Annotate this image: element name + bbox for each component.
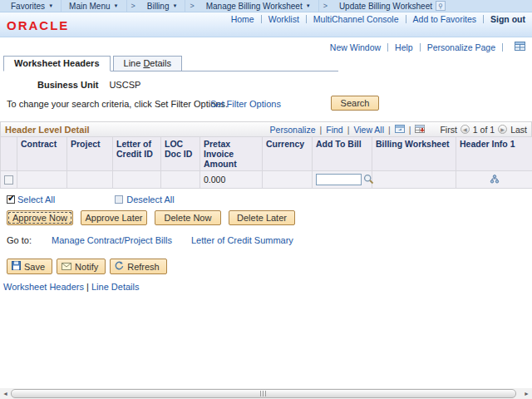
manage-contract-project-bills-link[interactable]: Manage Contract/Project Bills bbox=[52, 235, 172, 245]
worklist-link[interactable]: Worklist bbox=[268, 14, 299, 24]
add-to-bill-input[interactable] bbox=[316, 174, 362, 185]
tab-worksheet-headers[interactable]: Worksheet Headers bbox=[3, 56, 111, 71]
first-label: First bbox=[440, 125, 456, 135]
tab-line-details-label-rest: etails bbox=[150, 58, 171, 68]
cell-project bbox=[67, 171, 113, 189]
letter-of-credit-summary-link[interactable]: Letter of Credit Summary bbox=[191, 235, 293, 245]
help-link[interactable]: Help bbox=[395, 42, 413, 52]
header-info-hierarchy-icon[interactable] bbox=[490, 175, 500, 185]
delete-now-button[interactable]: Delete Now bbox=[155, 210, 221, 225]
search-button[interactable]: Search bbox=[331, 96, 379, 111]
approve-now-button[interactable]: Approve Now bbox=[7, 210, 73, 225]
tab-line-details[interactable]: Line Details bbox=[113, 56, 183, 71]
horizontal-scrollbar[interactable] bbox=[0, 388, 532, 399]
refresh-button[interactable]: Refresh bbox=[110, 259, 167, 274]
home-link[interactable]: Home bbox=[231, 14, 254, 24]
col-header-info-1: Header Info 1 bbox=[456, 137, 532, 171]
approve-later-button[interactable]: Approve Later bbox=[81, 210, 147, 225]
divider bbox=[387, 43, 388, 52]
grid-header-controls: Personalize | Find | View All | | Fi bbox=[270, 125, 527, 135]
delete-later-button[interactable]: Delete Later bbox=[229, 210, 295, 225]
set-filter-options-link[interactable]: Set Filter Options bbox=[210, 99, 281, 109]
page-info: 1 of 1 bbox=[473, 125, 495, 135]
caret-down-icon: ▼ bbox=[48, 3, 53, 8]
cell-select bbox=[1, 171, 17, 189]
breadcrumb-billing-label: Billing bbox=[147, 2, 170, 11]
footer-worksheet-headers-link[interactable]: Worksheet Headers bbox=[3, 282, 84, 292]
divider bbox=[306, 15, 307, 23]
refresh-label: Refresh bbox=[127, 262, 160, 272]
col-project: Project bbox=[67, 137, 113, 171]
divider: | bbox=[347, 125, 350, 135]
breadcrumb-update-billing-worksheet: Update Billing Worksheet ⚲ bbox=[332, 0, 453, 12]
notify-label: Notify bbox=[75, 262, 98, 272]
row-checkbox[interactable] bbox=[4, 175, 13, 185]
divider bbox=[483, 15, 484, 23]
scroll-right-icon[interactable] bbox=[521, 388, 532, 399]
select-all-link[interactable]: Select All bbox=[17, 195, 55, 204]
goto-row: Go to: Manage Contract/Project Bills Let… bbox=[0, 235, 532, 249]
envelope-icon bbox=[62, 262, 71, 272]
cell-header-info-1 bbox=[456, 171, 532, 189]
breadcrumb-main-menu[interactable]: Main Menu ▼ bbox=[62, 0, 126, 12]
select-all-checkbox[interactable] bbox=[7, 195, 15, 204]
divider bbox=[261, 15, 262, 23]
caret-down-icon: ▼ bbox=[114, 3, 119, 8]
multi-window-grid-icon[interactable] bbox=[515, 42, 525, 52]
breadcrumb-billing[interactable]: Billing ▼ bbox=[140, 0, 186, 12]
page-utility-bar: New Window Help Personalize Page bbox=[0, 37, 532, 54]
cell-letter-of-credit-id bbox=[113, 171, 161, 189]
grid-title: Header Level Detail bbox=[5, 125, 90, 135]
caret-down-icon: ▼ bbox=[306, 3, 311, 8]
col-add-to-bill: Add To Bill bbox=[313, 137, 372, 171]
deselect-all-checkbox[interactable] bbox=[115, 195, 123, 204]
goto-label: Go to: bbox=[7, 235, 32, 245]
breadcrumb-separator-icon: > bbox=[185, 2, 198, 10]
col-letter-of-credit-id: Letter of Credit ID bbox=[113, 137, 161, 171]
footer-line-details-link[interactable]: Line Details bbox=[91, 282, 139, 292]
previous-row-icon[interactable]: ◀ bbox=[461, 125, 470, 134]
breadcrumb-separator-icon: > bbox=[319, 2, 332, 10]
cell-pretax-invoice-amount: 0.000 bbox=[200, 171, 263, 189]
scrollbar-track[interactable] bbox=[11, 388, 521, 399]
divider: | bbox=[86, 282, 89, 292]
lookup-magnifier-icon[interactable] bbox=[363, 174, 374, 186]
multichannel-console-link[interactable]: MultiChannel Console bbox=[313, 14, 399, 24]
next-row-icon[interactable]: ▶ bbox=[498, 125, 507, 134]
cell-billing-worksheet bbox=[372, 171, 456, 189]
grid-pagination: First ◀ 1 of 1 ▶ Last bbox=[440, 125, 527, 135]
deselect-all-link[interactable]: Deselect All bbox=[126, 195, 174, 204]
col-billing-worksheet: Billing Worksheet bbox=[372, 137, 456, 171]
circular-arrows-icon bbox=[115, 261, 124, 272]
download-to-excel-icon[interactable] bbox=[415, 125, 425, 135]
notify-button[interactable]: Notify bbox=[57, 259, 106, 274]
save-label: Save bbox=[24, 262, 45, 272]
scrollbar-thumb[interactable] bbox=[11, 389, 516, 398]
breadcrumb-favorites[interactable]: Favorites ▼ bbox=[3, 0, 62, 12]
save-button[interactable]: Save bbox=[7, 259, 52, 274]
cell-contract bbox=[17, 171, 67, 189]
col-currency: Currency bbox=[263, 137, 313, 171]
find-link[interactable]: Find bbox=[326, 125, 342, 135]
business-unit-row: Business Unit USCSP bbox=[37, 80, 532, 90]
zoom-popup-icon[interactable] bbox=[395, 125, 405, 135]
personalize-page-link[interactable]: Personalize Page bbox=[427, 42, 495, 52]
new-window-link[interactable]: New Window bbox=[330, 42, 381, 52]
sign-out-link[interactable]: Sign out bbox=[490, 14, 525, 24]
grid-data-row: 0.000 bbox=[1, 171, 532, 189]
worksheet-lookup-icon[interactable]: ⚲ bbox=[436, 1, 446, 11]
divider: | bbox=[319, 125, 322, 135]
view-all-link[interactable]: View All bbox=[353, 125, 384, 135]
col-select bbox=[1, 137, 17, 171]
add-to-favorites-link[interactable]: Add to Favorites bbox=[413, 14, 476, 24]
breadcrumb: Favorites ▼ Main Menu ▼ > Billing ▼ > Ma… bbox=[0, 0, 532, 12]
search-criteria-row: To change your search criteria, click Se… bbox=[0, 96, 532, 114]
grid-group-header: Header Level Detail Personalize | Find |… bbox=[0, 121, 532, 136]
action-buttons-row: Approve Now Approve Later Delete Now Del… bbox=[7, 210, 532, 225]
app-banner: Home Worklist MultiChannel Console Add t… bbox=[0, 12, 532, 37]
divider: | bbox=[388, 125, 391, 135]
personalize-link[interactable]: Personalize bbox=[270, 125, 316, 135]
breadcrumb-manage-billing-worksheet[interactable]: Manage Billing Worksheet ▼ bbox=[199, 0, 319, 12]
page-toolbar: Save Notify Refresh bbox=[7, 259, 532, 274]
scroll-left-icon[interactable] bbox=[0, 388, 11, 399]
